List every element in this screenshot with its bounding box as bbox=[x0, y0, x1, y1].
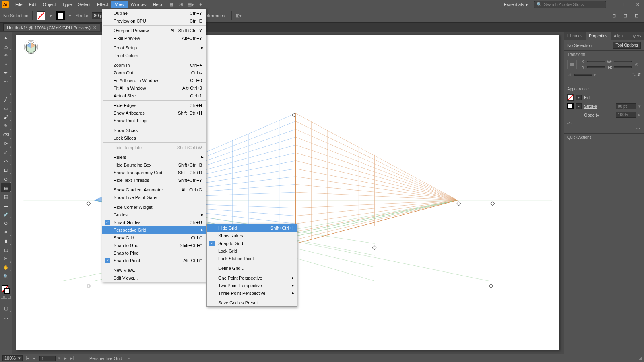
magic-wand-tool[interactable]: ✳ bbox=[1, 51, 11, 60]
tab-layers[interactable]: Layers bbox=[626, 32, 644, 40]
more-options-icon[interactable]: ⋯ bbox=[567, 126, 641, 132]
x-field[interactable] bbox=[587, 61, 605, 62]
menuitem-show-live-paint-gaps[interactable]: Show Live Paint Gaps bbox=[102, 193, 206, 201]
slice-tool[interactable]: ✂ bbox=[1, 254, 11, 263]
reference-point[interactable] bbox=[567, 60, 577, 69]
maximize-button[interactable]: ☐ bbox=[621, 1, 630, 8]
menu-window[interactable]: Window bbox=[128, 1, 150, 8]
menuitem-show-artboards[interactable]: Show ArtboardsShift+Ctrl+H bbox=[102, 109, 206, 117]
hand-tool[interactable]: ✋ bbox=[1, 263, 11, 272]
menuitem-smart-guides[interactable]: ✓Smart GuidesCtrl+U bbox=[102, 218, 206, 226]
menuitem-hide-edges[interactable]: Hide EdgesCtrl+H bbox=[102, 101, 206, 109]
resize-grip[interactable]: ◢ bbox=[638, 356, 642, 361]
menuitem-zoom-in[interactable]: Zoom InCtrl++ bbox=[102, 61, 206, 69]
gradient-tool[interactable]: ▬ bbox=[1, 201, 11, 210]
menu-view[interactable]: View bbox=[111, 1, 128, 8]
artboard-number[interactable]: 1 bbox=[39, 356, 56, 361]
fx-button[interactable]: fx. bbox=[567, 120, 572, 125]
menu-effect[interactable]: Effect bbox=[94, 1, 111, 8]
direct-selection-tool[interactable]: △ bbox=[1, 42, 11, 51]
menuitem-hide-text-threads[interactable]: Hide Text ThreadsShift+Ctrl+Y bbox=[102, 176, 206, 184]
menuitem-snap-to-pixel[interactable]: Snap to Pixel bbox=[102, 249, 206, 257]
type-tool[interactable]: T bbox=[1, 86, 11, 95]
menuitem-snap-to-point[interactable]: ✓Snap to PointAlt+Ctrl+" bbox=[102, 257, 206, 264]
menuitem-hide-corner-widget[interactable]: Hide Corner Widget bbox=[102, 203, 206, 211]
stroke-swatch[interactable] bbox=[56, 11, 65, 20]
lasso-tool[interactable]: ⌖ bbox=[1, 60, 11, 68]
menuitem-proof-colors[interactable]: Proof Colors bbox=[102, 51, 206, 59]
stroke-swatch-panel[interactable] bbox=[567, 103, 574, 109]
edit-toolbar-button[interactable]: ⋯ bbox=[1, 314, 11, 323]
perspective-grid-tool[interactable]: ▦ bbox=[1, 183, 11, 192]
mesh-tool[interactable]: ▤ bbox=[1, 192, 11, 201]
tab-libraries[interactable]: Libraries bbox=[564, 32, 586, 40]
stroke-weight-panel[interactable]: 80 pt bbox=[616, 103, 636, 109]
menuitem-new-view-[interactable]: New View... bbox=[102, 266, 206, 274]
menu-object[interactable]: Object bbox=[40, 1, 59, 8]
menu-edit[interactable]: Edit bbox=[26, 1, 40, 8]
rotate-field[interactable] bbox=[574, 74, 592, 76]
menuitem-proof-setup[interactable]: Proof Setup▸ bbox=[102, 44, 206, 51]
rectangle-tool[interactable]: ▭ bbox=[1, 104, 11, 113]
w-field[interactable] bbox=[614, 61, 632, 62]
h-field[interactable] bbox=[614, 66, 632, 68]
opacity-field[interactable]: 100% bbox=[616, 112, 636, 118]
line-tool[interactable]: ╱ bbox=[1, 95, 11, 104]
menuitem-pixel-preview[interactable]: Pixel PreviewAlt+Ctrl+Y bbox=[102, 34, 206, 42]
rotate-tool[interactable]: ⟳ bbox=[1, 139, 11, 148]
menuitem-perspective-grid[interactable]: Perspective Grid▸ bbox=[102, 226, 206, 234]
flip-h-icon[interactable]: ⇋ bbox=[632, 72, 636, 77]
eyedropper-tool[interactable]: 💉 bbox=[1, 210, 11, 219]
blend-tool[interactable]: ⊙ bbox=[1, 219, 11, 228]
arrange-icon[interactable]: ▤▾ bbox=[187, 1, 195, 8]
shape-builder-tool[interactable]: ⊕ bbox=[1, 175, 11, 183]
panel-toggle-2[interactable]: ⊟ bbox=[621, 11, 630, 20]
menu-file[interactable]: File bbox=[12, 1, 26, 8]
menuitem-hide-grid[interactable]: Hide GridShift+Ctrl+I bbox=[207, 224, 297, 232]
selection-tool[interactable]: ▲ bbox=[1, 33, 11, 42]
zoom-selector[interactable]: 100%▾ bbox=[2, 355, 23, 361]
menuitem-show-grid[interactable]: Show GridCtrl+" bbox=[102, 234, 206, 241]
panel-toggle-1[interactable]: ⊞ bbox=[609, 11, 618, 20]
menuitem-snap-to-grid[interactable]: Snap to GridShift+Ctrl+" bbox=[102, 241, 206, 249]
zoom-tool[interactable]: 🔍 bbox=[1, 272, 11, 281]
document-tab[interactable]: Untitled-1* @ 100% (CMYK/GPU Preview) ✕ bbox=[3, 23, 100, 31]
pen-tool[interactable]: ✒ bbox=[1, 68, 11, 77]
paintbrush-tool[interactable]: 🖌 bbox=[1, 113, 11, 121]
close-tab-icon[interactable]: ✕ bbox=[93, 25, 97, 30]
menuitem-zoom-out[interactable]: Zoom OutCtrl+- bbox=[102, 69, 206, 76]
menuitem-preview-on-cpu[interactable]: Preview on CPUCtrl+E bbox=[102, 17, 206, 25]
menu-select[interactable]: Select bbox=[75, 1, 94, 8]
menuitem-actual-size[interactable]: Actual SizeCtrl+1 bbox=[102, 92, 206, 99]
fill-swatch-panel[interactable] bbox=[567, 94, 574, 101]
fill-swatch[interactable] bbox=[37, 11, 45, 20]
free-transform-tool[interactable]: ⊡ bbox=[1, 166, 11, 175]
menuitem-show-rulers[interactable]: Show Rulers bbox=[207, 232, 297, 239]
menuitem-lock-grid[interactable]: Lock Grid bbox=[207, 247, 297, 255]
width-tool[interactable]: ⇔ bbox=[1, 157, 11, 166]
panel-toggle-3[interactable]: ⊡ bbox=[632, 11, 641, 20]
menuitem-show-transparency-grid[interactable]: Show Transparency GridShift+Ctrl+D bbox=[102, 169, 206, 176]
menuitem-fit-artboard-in-window[interactable]: Fit Artboard in WindowCtrl+0 bbox=[102, 76, 206, 84]
tool-options-button[interactable]: Tool Options bbox=[613, 42, 641, 49]
screen-mode-button[interactable]: ▢ bbox=[1, 304, 11, 313]
menuitem-three-point-perspective[interactable]: Three Point Perspective▸ bbox=[207, 289, 297, 297]
menuitem-outline[interactable]: OutlineCtrl+Y bbox=[102, 9, 206, 17]
menu-help[interactable]: Help bbox=[150, 1, 165, 8]
more-options-icon[interactable]: ⋯ bbox=[567, 78, 641, 83]
menuitem-lock-station-point[interactable]: Lock Station Point bbox=[207, 255, 297, 262]
symbol-sprayer-tool[interactable]: ❋ bbox=[1, 228, 11, 237]
gpu-icon[interactable]: ✦ bbox=[196, 1, 204, 8]
bridge-icon[interactable]: ▦ bbox=[167, 1, 175, 8]
menuitem-show-gradient-annotator[interactable]: Show Gradient AnnotatorAlt+Ctrl+G bbox=[102, 186, 206, 193]
menuitem-lock-slices[interactable]: Lock Slices bbox=[102, 134, 206, 142]
artboard-nav[interactable]: ▸▸| bbox=[63, 356, 75, 361]
tab-align[interactable]: Align bbox=[611, 32, 626, 40]
menuitem-show-slices[interactable]: Show Slices bbox=[102, 126, 206, 134]
menuitem-one-point-perspective[interactable]: One Point Perspective▸ bbox=[207, 274, 297, 282]
menuitem-show-print-tiling[interactable]: Show Print Tiling bbox=[102, 117, 206, 124]
menuitem-edit-views-[interactable]: Edit Views... bbox=[102, 274, 206, 282]
search-input[interactable]: 🔍Search Adobe Stock bbox=[534, 1, 606, 8]
curvature-tool[interactable]: 〰 bbox=[1, 77, 11, 86]
stock-icon[interactable]: St bbox=[177, 1, 185, 8]
